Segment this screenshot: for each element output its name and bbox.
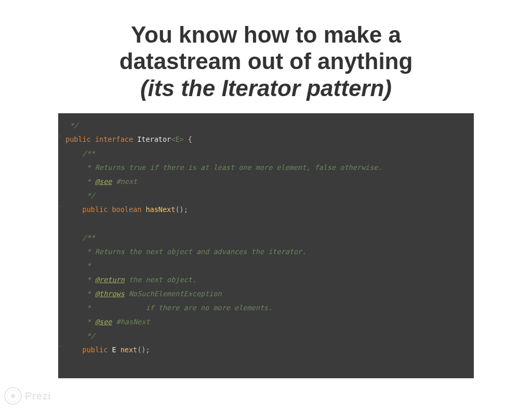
javadoc-close: */ xyxy=(83,332,95,340)
prezi-icon xyxy=(4,387,22,405)
code-line: * if there are no more elements. xyxy=(65,301,467,315)
comment-end: */ xyxy=(70,121,78,129)
gutter-mark: ▾ xyxy=(59,132,61,140)
code-line: ▾public interface Iterator<E> { xyxy=(65,132,467,147)
code-block: */ ▾public interface Iterator<E> { /** *… xyxy=(58,113,474,378)
keyword-public: public xyxy=(83,346,108,354)
prezi-label: Prezi xyxy=(25,390,51,402)
generic-param: <E> xyxy=(171,135,183,143)
brace-open: { xyxy=(184,135,192,143)
gutter-mark: ▾ xyxy=(59,343,61,350)
prezi-watermark: Prezi xyxy=(4,387,51,405)
javadoc-text: * Returns the next object and advances t… xyxy=(83,247,307,256)
code-line: * Returns the next object and advances t… xyxy=(65,245,467,259)
javadoc-throws-tag: @throws xyxy=(95,289,125,298)
code-line: * @return the next object. xyxy=(65,273,467,287)
title-line-1: You know how to make a xyxy=(0,22,532,48)
prezi-icon-core xyxy=(11,394,15,398)
keyword-interface: interface xyxy=(95,135,133,143)
code-line: ▾ public E next(); xyxy=(65,343,467,357)
code-line: */ xyxy=(65,189,467,203)
javadoc-throws-text: NoSuchElementException xyxy=(125,289,222,298)
javadoc-text: * Returns true if there is at least one … xyxy=(83,163,382,171)
subtitle: (its the Iterator pattern) xyxy=(0,75,532,102)
code-line-blank xyxy=(65,217,467,231)
javadoc-close: */ xyxy=(83,191,95,200)
javadoc-return-text: the next object. xyxy=(125,275,196,284)
javadoc-star: * xyxy=(83,289,95,298)
javadoc-see-tag: @see xyxy=(95,177,112,185)
code-line: * xyxy=(65,259,467,273)
method-name: hasNext xyxy=(145,205,175,214)
javadoc-star: * xyxy=(83,177,95,185)
return-type: E xyxy=(112,346,116,354)
method-name: next xyxy=(121,346,138,354)
javadoc-see-ref: #next xyxy=(112,177,137,185)
code-line: */ xyxy=(65,329,467,343)
code-line: /** xyxy=(65,231,467,245)
keyword-public: public xyxy=(83,205,108,214)
slide-container: You know how to make a datastream out of… xyxy=(0,0,532,378)
method-paren: (); xyxy=(137,346,150,354)
javadoc-star: * xyxy=(83,275,95,284)
code-line: * Returns true if there is at least one … xyxy=(65,161,467,175)
keyword-public: public xyxy=(65,135,91,143)
gutter-mark: ▾ xyxy=(59,203,61,210)
code-line: * @see #hasNext xyxy=(65,315,467,329)
prezi-icon-inner xyxy=(7,390,19,402)
javadoc-star: * xyxy=(83,261,91,270)
javadoc-cond: * if there are no more elements. xyxy=(83,303,273,312)
code-line: /** xyxy=(65,147,467,161)
javadoc-see-tag: @see xyxy=(95,317,112,326)
javadoc-see-ref: #hasNext xyxy=(112,317,150,326)
code-line: */ xyxy=(65,118,467,132)
javadoc-open: /** xyxy=(83,233,95,242)
code-line: * @see #next xyxy=(65,175,467,189)
type-name: Iterator xyxy=(137,135,171,143)
code-line: ▾ public boolean hasNext(); xyxy=(65,203,467,217)
javadoc-return-tag: @return xyxy=(95,275,125,284)
javadoc-open: /** xyxy=(83,149,95,157)
title-line-2: datastream out of anything xyxy=(0,48,532,75)
keyword-boolean: boolean xyxy=(112,205,141,214)
javadoc-star: * xyxy=(83,317,95,326)
method-paren: (); xyxy=(175,205,188,214)
code-line: * @throws NoSuchElementException xyxy=(65,287,467,301)
